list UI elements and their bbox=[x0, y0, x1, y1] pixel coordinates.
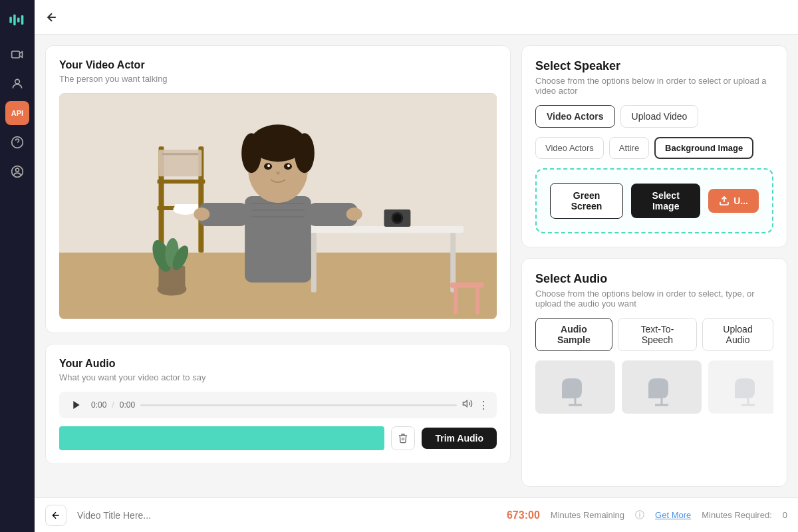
back-arrow-icon bbox=[45, 11, 59, 24]
more-options-icon[interactable]: ⋮ bbox=[478, 399, 489, 412]
logo-icon bbox=[8, 11, 27, 29]
trash-icon bbox=[398, 433, 408, 444]
volume-icon[interactable] bbox=[462, 398, 473, 412]
video-actor-card: Your Video Actor The person you want tal… bbox=[45, 45, 511, 333]
tab-video-actors[interactable]: Video Actors bbox=[535, 105, 615, 128]
delete-audio-button[interactable] bbox=[391, 426, 415, 450]
svg-point-44 bbox=[267, 164, 270, 167]
sub-tab-row: Video Actors Attire Background Image bbox=[535, 137, 773, 159]
video-actor-title: Your Video Actor bbox=[59, 59, 497, 71]
play-icon bbox=[71, 400, 82, 410]
audio-title: Your Audio bbox=[59, 358, 497, 370]
svg-point-8 bbox=[16, 168, 19, 172]
video-actor-subtitle: The person you want talking bbox=[59, 74, 497, 84]
right-column: Select Speaker Choose from the options b… bbox=[521, 45, 787, 487]
audio-samples-list bbox=[535, 360, 773, 414]
tab-audio-sample[interactable]: Audio Sample bbox=[535, 318, 612, 351]
play-button[interactable] bbox=[67, 396, 86, 414]
minutes-required-value: 0 bbox=[783, 510, 787, 520]
audio-card: Your Audio What you want your video acto… bbox=[45, 344, 511, 464]
svg-rect-16 bbox=[162, 153, 199, 155]
help-icon bbox=[11, 136, 24, 149]
svg-rect-24 bbox=[305, 226, 464, 233]
main-content: Your Video Actor The person you want tal… bbox=[35, 0, 798, 532]
svg-rect-0 bbox=[9, 17, 12, 23]
speaker-tab-row: Video Actors Upload Video bbox=[535, 105, 773, 128]
svg-rect-32 bbox=[475, 288, 479, 315]
person-icon bbox=[11, 77, 24, 90]
svg-rect-2 bbox=[17, 18, 20, 23]
svg-point-5 bbox=[15, 79, 20, 84]
audio-sample-item-1[interactable] bbox=[535, 360, 615, 414]
upload-button[interactable]: U... bbox=[708, 189, 759, 213]
svg-point-29 bbox=[393, 214, 401, 222]
sidebar: API bbox=[0, 0, 35, 532]
bottom-bar: 673:00 Minutes Remaining ⓘ Get More Minu… bbox=[35, 497, 798, 532]
svg-rect-18 bbox=[174, 204, 198, 209]
svg-point-41 bbox=[295, 133, 315, 173]
svg-point-48 bbox=[194, 207, 209, 221]
sub-tab-video-actors[interactable]: Video Actors bbox=[535, 137, 604, 159]
audio-sample-item-3[interactable] bbox=[708, 360, 773, 414]
minutes-required-label: Minutes Required: bbox=[702, 510, 772, 520]
sub-tab-background-image[interactable]: Background Image bbox=[654, 137, 753, 159]
video-title-input[interactable] bbox=[77, 510, 496, 521]
select-audio-subtitle: Choose from the options below in order t… bbox=[535, 289, 773, 309]
svg-rect-1 bbox=[13, 15, 16, 25]
topbar bbox=[35, 0, 798, 35]
svg-rect-36 bbox=[251, 216, 305, 217]
svg-rect-33 bbox=[245, 196, 311, 283]
video-preview bbox=[59, 93, 497, 319]
svg-marker-50 bbox=[73, 401, 79, 409]
app-logo[interactable] bbox=[5, 8, 29, 32]
tab-text-to-speech[interactable]: Text-To-Speech bbox=[618, 318, 697, 351]
svg-point-49 bbox=[346, 207, 362, 221]
audio-waveform-row: Trim Audio bbox=[59, 426, 497, 450]
content-area: Your Video Actor The person you want tal… bbox=[35, 35, 798, 497]
svg-rect-3 bbox=[21, 15, 24, 25]
select-audio-title: Select Audio bbox=[535, 272, 773, 286]
tab-upload-video[interactable]: Upload Video bbox=[620, 105, 699, 128]
api-label: API bbox=[11, 109, 23, 117]
audio-subtitle: What you want your video actor to say bbox=[59, 372, 497, 382]
waveform-bar bbox=[59, 426, 384, 450]
select-audio-card: Select Audio Choose from the options bel… bbox=[521, 258, 787, 487]
audio-tab-row: Audio Sample Text-To-Speech Upload Audio bbox=[535, 318, 773, 351]
svg-marker-51 bbox=[463, 400, 467, 406]
sidebar-item-person[interactable] bbox=[5, 72, 29, 96]
sub-tab-attire[interactable]: Attire bbox=[609, 137, 649, 159]
sidebar-item-user[interactable] bbox=[5, 160, 29, 184]
audio-player: 0:00 / 0:00 ⋮ bbox=[59, 392, 497, 418]
sidebar-item-video[interactable] bbox=[5, 43, 29, 66]
select-image-button[interactable]: Select Image bbox=[631, 184, 700, 218]
sidebar-item-help[interactable] bbox=[5, 130, 29, 154]
trim-audio-button[interactable]: Trim Audio bbox=[422, 428, 497, 449]
svg-rect-4 bbox=[12, 51, 20, 58]
tab-upload-audio[interactable]: Upload Audio bbox=[702, 318, 773, 351]
select-speaker-subtitle: Choose from the options below in order t… bbox=[535, 76, 773, 96]
bottom-back-button[interactable] bbox=[45, 505, 66, 526]
svg-rect-31 bbox=[454, 288, 458, 315]
info-icon[interactable]: ⓘ bbox=[635, 509, 644, 521]
time-separator: / bbox=[112, 400, 114, 410]
scene-image bbox=[59, 93, 497, 319]
get-more-link[interactable]: Get More bbox=[655, 510, 691, 520]
minutes-remaining-label: Minutes Remaining bbox=[551, 510, 624, 520]
background-upload-area[interactable]: Green Screen Select Image U... bbox=[535, 168, 773, 233]
svg-rect-13 bbox=[158, 180, 205, 184]
green-screen-button[interactable]: Green Screen bbox=[550, 183, 623, 219]
svg-rect-30 bbox=[450, 283, 483, 288]
audio-sample-icon-1 bbox=[555, 368, 595, 408]
minutes-remaining-value: 673:00 bbox=[507, 509, 540, 521]
svg-point-45 bbox=[287, 164, 290, 167]
upload-btn-label: U... bbox=[733, 196, 748, 206]
back-button[interactable] bbox=[45, 11, 59, 24]
audio-sample-item-2[interactable] bbox=[622, 360, 702, 414]
upload-icon bbox=[719, 196, 730, 206]
audio-progress-bar[interactable] bbox=[140, 404, 457, 406]
sidebar-item-api[interactable]: API bbox=[5, 101, 29, 125]
video-icon bbox=[11, 48, 24, 61]
audio-time-current: 0:00 bbox=[91, 400, 106, 410]
svg-point-40 bbox=[241, 133, 261, 173]
bottom-back-icon bbox=[51, 510, 61, 521]
